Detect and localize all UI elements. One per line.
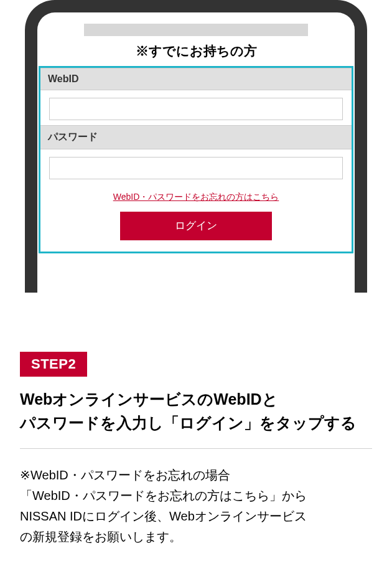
heading-line-1: WebオンラインサービスのWebIDと bbox=[20, 390, 278, 408]
password-input-wrap bbox=[40, 149, 352, 184]
password-input[interactable] bbox=[49, 157, 343, 179]
password-label: パスワード bbox=[40, 125, 352, 149]
heading-line-2: パスワードを入力し「ログイン」をタップする bbox=[20, 414, 357, 431]
device-screen: ※すでにお持ちの方 WebID パスワード WebID・パスワードをお忘れの方は… bbox=[37, 24, 355, 253]
content-section: STEP2 WebオンラインサービスのWebIDと パスワードを入力し「ログイン… bbox=[0, 352, 392, 547]
note-line-1: ※WebID・パスワードをお忘れの場合 bbox=[20, 468, 230, 482]
device-frame: ※すでにお持ちの方 WebID パスワード WebID・パスワードをお忘れの方は… bbox=[12, 0, 380, 293]
webid-input-wrap bbox=[40, 90, 352, 125]
note-line-4: の新規登録をお願いします。 bbox=[20, 530, 182, 544]
webid-label: WebID bbox=[40, 68, 352, 90]
step-heading: WebオンラインサービスのWebIDと パスワードを入力し「ログイン」をタップす… bbox=[20, 388, 372, 435]
note-line-2: 「WebID・パスワードをお忘れの方はこちら」から bbox=[20, 489, 307, 502]
mockup-header-title: ※すでにお持ちの方 bbox=[37, 42, 355, 60]
divider bbox=[20, 448, 372, 449]
placeholder-bar bbox=[84, 24, 308, 36]
login-form-box: WebID パスワード WebID・パスワードをお忘れの方はこちら ログイン bbox=[39, 66, 353, 253]
note-text: ※WebID・パスワードをお忘れの場合 「WebID・パスワードをお忘れの方はこ… bbox=[20, 465, 372, 547]
forgot-password-link[interactable]: WebID・パスワードをお忘れの方はこちら bbox=[40, 192, 352, 203]
note-line-3: NISSAN IDにログイン後、Webオンラインサービス bbox=[20, 509, 307, 523]
step-badge: STEP2 bbox=[20, 352, 87, 377]
webid-input[interactable] bbox=[49, 98, 343, 120]
login-button[interactable]: ログイン bbox=[120, 212, 272, 240]
device-bezel: ※すでにお持ちの方 WebID パスワード WebID・パスワードをお忘れの方は… bbox=[25, 0, 367, 293]
